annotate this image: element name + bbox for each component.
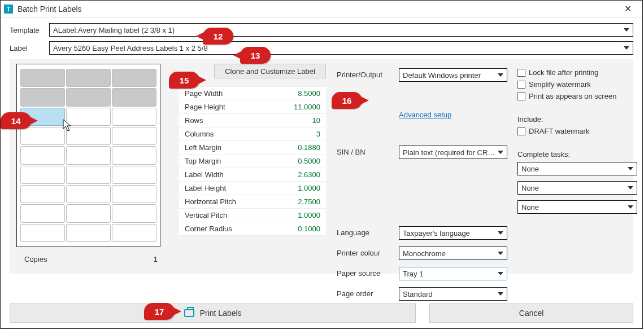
template-select[interactable]: ALabel:Avery Mailing label (2 3/8 x 1): [49, 23, 633, 37]
draft-watermark-label: DRAFT watermark: [529, 127, 589, 135]
label-cell[interactable]: [20, 69, 65, 87]
label-cell[interactable]: [112, 185, 156, 203]
paper-source-select[interactable]: Tray 1: [399, 267, 507, 280]
spec-label: Vertical Pitch: [185, 211, 227, 219]
chevron-down-icon: [498, 231, 503, 235]
cancel-button[interactable]: Cancel: [429, 303, 633, 323]
complete-task-value-1: None: [521, 165, 628, 173]
chevron-down-icon: [624, 46, 629, 50]
spec-row: Label Width2.6300: [179, 168, 326, 182]
label-cell[interactable]: [20, 166, 65, 184]
label-cell[interactable]: [66, 146, 111, 164]
lock-file-checkbox[interactable]: [517, 69, 525, 77]
clone-customize-button[interactable]: Clone and Customize Label: [214, 64, 326, 78]
spec-value: 3: [316, 130, 320, 138]
printer-colour-value: Monochrome: [403, 249, 498, 258]
spec-row: Horizontal Pitch2.7500: [179, 195, 326, 209]
label-cell[interactable]: [112, 146, 156, 164]
label-sheet-preview[interactable]: [16, 64, 160, 247]
chevron-down-icon: [498, 151, 503, 154]
printer-output-value: Default Windows printer: [403, 71, 498, 80]
chevron-down-icon: [628, 167, 633, 170]
spec-label: Top Margin: [185, 157, 221, 165]
label-cell[interactable]: [112, 88, 156, 106]
label-cell[interactable]: [20, 224, 65, 242]
chevron-down-icon: [624, 28, 629, 32]
print-labels-button[interactable]: Print Labels: [10, 303, 416, 323]
chevron-down-icon: [628, 186, 633, 190]
simplify-watermark-checkbox[interactable]: [517, 81, 525, 89]
label-cell[interactable]: [66, 166, 111, 184]
label-cell[interactable]: [66, 69, 111, 87]
label-cell[interactable]: [66, 224, 111, 242]
paper-source-label: Paper source: [337, 267, 393, 280]
spec-value: 1.0000: [298, 211, 320, 219]
label-cell[interactable]: [112, 166, 156, 184]
paper-source-value: Tray 1: [403, 270, 498, 278]
label-cell[interactable]: [66, 185, 111, 203]
draft-watermark-checkbox[interactable]: [517, 127, 525, 135]
spec-value: 11.0000: [294, 103, 320, 111]
spec-label: Page Width: [185, 89, 223, 98]
spec-value: 8.5000: [298, 89, 320, 98]
label-cell[interactable]: [20, 146, 65, 164]
simplify-watermark-label: Simplify watermark: [529, 80, 591, 89]
spec-row: Vertical Pitch1.0000: [179, 209, 326, 222]
complete-task-select-2[interactable]: None: [517, 181, 637, 195]
complete-task-value-2: None: [521, 184, 628, 192]
label-cell[interactable]: [112, 127, 156, 145]
label-cell[interactable]: [112, 108, 156, 126]
callout-17: 17: [144, 303, 175, 320]
printer-output-select[interactable]: Default Windows printer: [399, 68, 507, 82]
label-cell[interactable]: [20, 127, 65, 145]
callout-14: 14: [1, 112, 31, 129]
label-cell[interactable]: [20, 185, 65, 203]
page-order-label: Page order: [337, 287, 393, 301]
template-label: Template: [10, 26, 49, 34]
spec-row: Page Width8.5000: [179, 87, 326, 100]
spec-value: 0.5000: [298, 157, 320, 165]
chevron-down-icon: [498, 252, 503, 255]
label-cell[interactable]: [20, 88, 65, 106]
complete-task-value-3: None: [521, 203, 628, 212]
label-cell[interactable]: [66, 204, 111, 222]
page-order-select[interactable]: Standard: [399, 287, 507, 301]
complete-tasks-heading: Complete tasks:: [517, 150, 642, 159]
label-cell[interactable]: [112, 224, 156, 242]
sin-bn-select[interactable]: Plain text (required for CRA co: [399, 146, 507, 159]
svg-marker-0: [63, 120, 71, 131]
complete-task-select-3[interactable]: None: [517, 200, 637, 214]
label-cell[interactable]: [66, 88, 111, 106]
close-icon[interactable]: ✕: [616, 1, 639, 17]
spec-value: 1.0000: [298, 184, 320, 192]
copies-label: Copies: [24, 255, 47, 263]
label-cell[interactable]: [112, 69, 156, 87]
label-cell[interactable]: [20, 204, 65, 222]
callout-12: 12: [203, 28, 233, 45]
callout-16: 16: [332, 92, 362, 109]
printer-icon: [184, 309, 194, 317]
advanced-setup-link[interactable]: Advanced setup: [399, 111, 451, 119]
cancel-label: Cancel: [519, 309, 544, 318]
cursor-icon: [63, 119, 74, 133]
spec-value: 0.1880: [298, 143, 320, 152]
spec-label: Horizontal Pitch: [185, 197, 236, 206]
print-labels-label: Print Labels: [200, 309, 242, 318]
sin-bn-label: SIN / BN: [337, 146, 393, 219]
print-as-screen-checkbox[interactable]: [517, 93, 525, 100]
spec-label: Rows: [185, 116, 203, 125]
spec-value: 2.6300: [298, 170, 320, 179]
chevron-down-icon: [498, 292, 503, 296]
label-select[interactable]: Avery 5260 Easy Peel Address Labels 1 x …: [49, 41, 633, 55]
print-as-screen-label: Print as appears on screen: [529, 92, 616, 100]
language-select[interactable]: Taxpayer's language: [399, 226, 507, 240]
spec-row: Rows10: [179, 114, 326, 127]
chevron-down-icon: [628, 205, 633, 209]
printer-colour-select[interactable]: Monochrome: [399, 247, 507, 260]
lock-file-label: Lock file after printing: [529, 68, 599, 77]
spec-label: Page Height: [185, 103, 225, 111]
spec-row: Columns3: [179, 127, 326, 141]
spec-table: Page Width8.5000 Page Height11.0000 Rows…: [179, 86, 326, 236]
complete-task-select-1[interactable]: None: [517, 162, 637, 175]
label-cell[interactable]: [112, 204, 156, 222]
